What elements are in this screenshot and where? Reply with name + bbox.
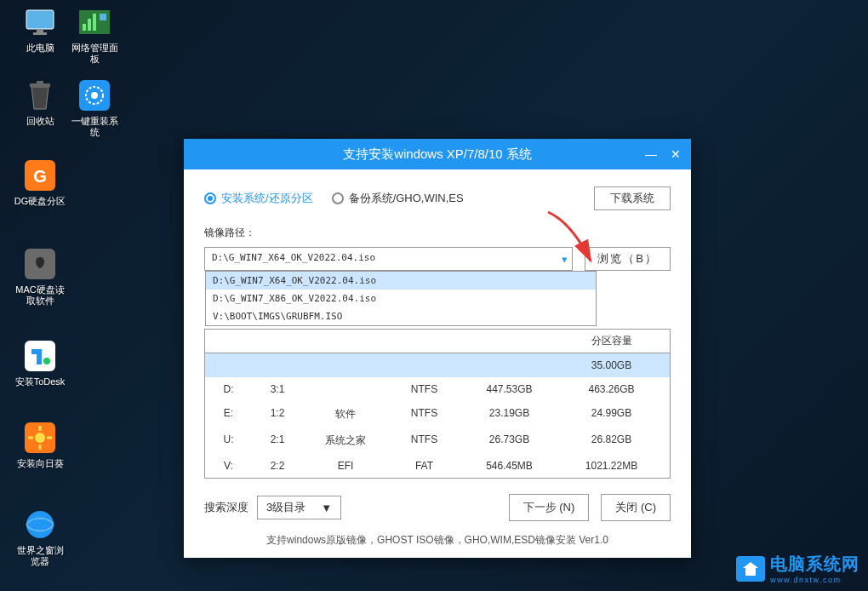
- svg-rect-2: [33, 32, 47, 35]
- svg-rect-7: [100, 14, 106, 20]
- minimize-button[interactable]: —: [642, 147, 660, 161]
- desktop-icon-mac-disk[interactable]: MAC硬盘读取软件: [14, 247, 66, 307]
- partition-table: 分区容量 35.00GB D:3:1NTFS447.53GB463.26GB E…: [204, 329, 671, 479]
- svg-rect-9: [37, 81, 43, 84]
- path-label: 镜像路径：: [204, 226, 671, 240]
- dropdown-list: D:\G_WIN7_X64_OK_V2022.04.iso D:\G_WIN7_…: [205, 271, 597, 326]
- radio-backup[interactable]: 备份系统/GHO,WIN,ES: [332, 191, 464, 206]
- svg-rect-6: [93, 14, 96, 31]
- svg-rect-4: [83, 24, 86, 31]
- desktop-icon-this-pc[interactable]: 此电脑: [14, 5, 66, 54]
- table-row[interactable]: D:3:1NTFS447.53GB463.26GB: [205, 377, 670, 401]
- radio-install-restore[interactable]: 安装系统/还原分区: [204, 191, 313, 206]
- close-dialog-button[interactable]: 关闭 (C): [601, 494, 671, 521]
- chevron-down-icon: ▼: [321, 502, 332, 514]
- watermark-logo-icon: [736, 556, 765, 582]
- install-dialog: 支持安装windows XP/7/8/10 系统 — ✕ 安装系统/还原分区 备…: [184, 139, 691, 558]
- browse-button[interactable]: 浏览（B）: [585, 247, 671, 271]
- svg-point-17: [43, 358, 50, 364]
- desktop-icon-todesk[interactable]: 安装ToDesk: [14, 339, 66, 387]
- desktop-icon-reinstall[interactable]: 一键重装系统: [68, 78, 121, 138]
- svg-rect-5: [88, 19, 91, 31]
- radio-icon: [204, 192, 216, 204]
- svg-point-19: [35, 433, 45, 443]
- dropdown-item[interactable]: D:\G_WIN7_X64_OK_V2022.04.iso: [206, 272, 596, 290]
- dropdown-item[interactable]: D:\G_WIN7_X86_OK_V2022.04.iso: [206, 290, 596, 307]
- table-row[interactable]: V:2:2EFIFAT546.45MB1021.22MB: [205, 454, 670, 478]
- table-row[interactable]: U:2:1系统之家NTFS26.73GB26.82GB: [205, 427, 670, 454]
- table-row[interactable]: E:1:2软件NTFS23.19GB24.99GB: [205, 401, 670, 427]
- table-header: 分区容量: [205, 330, 670, 353]
- download-button[interactable]: 下载系统: [594, 186, 671, 210]
- search-depth-select[interactable]: 3级目录 ▼: [257, 496, 341, 519]
- watermark: 电脑系统网 www.dnxtw.com: [736, 553, 859, 584]
- search-depth-label: 搜索深度: [204, 500, 248, 515]
- svg-rect-1: [37, 29, 43, 32]
- close-button[interactable]: ✕: [667, 147, 684, 161]
- desktop-icon-browser[interactable]: 世界之窗浏览器: [14, 508, 66, 567]
- chevron-down-icon[interactable]: ▼: [562, 255, 567, 264]
- next-button[interactable]: 下一步 (N): [509, 494, 590, 521]
- svg-text:G: G: [33, 167, 47, 186]
- dropdown-item[interactable]: V:\BOOT\IMGS\GRUBFM.ISO: [206, 307, 596, 325]
- desktop-icon-recycle-bin[interactable]: 回收站: [14, 78, 66, 127]
- desktop-icon-dg-partition[interactable]: G DG硬盘分区: [14, 158, 66, 207]
- dialog-title: 支持安装windows XP/7/8/10 系统: [343, 146, 532, 163]
- svg-point-24: [26, 511, 54, 538]
- svg-rect-0: [26, 10, 54, 29]
- svg-point-12: [91, 92, 98, 99]
- footer-text: 支持windows原版镜像，GHOST ISO镜像，GHO,WIM,ESD镜像安…: [204, 533, 671, 548]
- radio-icon: [332, 192, 344, 204]
- desktop-icon-sunflower[interactable]: 安装向日葵: [14, 421, 66, 469]
- desktop-icon-network-panel[interactable]: 网络管理面板: [68, 5, 121, 65]
- path-dropdown[interactable]: D:\G_WIN7_X64_OK_V2022.04.iso ▼ D:\G_WIN…: [204, 247, 573, 271]
- table-row[interactable]: 35.00GB: [205, 353, 670, 377]
- titlebar[interactable]: 支持安装windows XP/7/8/10 系统 — ✕: [184, 139, 691, 169]
